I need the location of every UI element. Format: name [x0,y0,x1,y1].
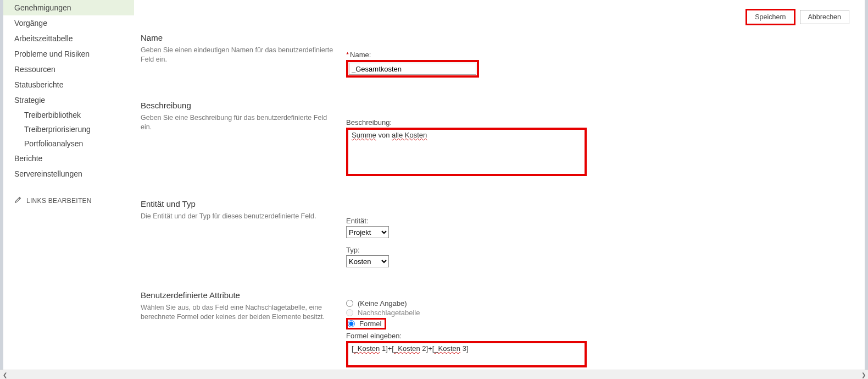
radio-formula-label: Formel [359,320,381,328]
action-bar: Speichern Abbrechen [747,10,849,24]
sidebar-item-strategie[interactable]: Strategie [3,92,134,108]
section-description: Beschreibung Geben Sie eine Beschreibung… [141,101,848,184]
sidebar-nav: Genehmigungen Vorgänge Arbeitszeittabell… [3,0,134,370]
sidebar-item-treiberpriorisierung[interactable]: Treiberpriorisierung [3,122,134,136]
section-entity-type: Entität und Typ Die Entität und der Typ … [141,199,848,275]
edit-links-label: LINKS BEARBEITEN [26,197,92,205]
section-desc-title: Beschreibung [141,101,335,110]
section-name: Name Geben Sie einen eindeutigen Namen f… [141,33,848,85]
sidebar-item-vorgaenge[interactable]: Vorgänge [3,15,134,31]
pencil-icon [14,196,22,205]
section-entity-help: Die Entität und der Typ für dieses benut… [141,212,335,221]
section-attributes: Benutzerdefinierte Attribute Wählen Sie … [141,290,848,370]
type-select[interactable]: Kosten [346,255,389,267]
sidebar-item-ressourcen[interactable]: Ressourcen [3,62,134,77]
section-entity-title: Entität und Typ [141,199,335,208]
formula-textarea[interactable]: [_Kosten 1]+[_Kosten 2]+[_Kosten 3] [346,341,587,367]
radio-none[interactable] [346,300,353,307]
horizontal-scrollbar[interactable]: ❮ ❯ [0,370,868,379]
sidebar-item-arbeitszeittabelle[interactable]: Arbeitszeittabelle [3,31,134,46]
desc-field-label: Beschreibung: [346,118,848,127]
entity-field-label: Entität: [346,217,848,225]
radio-lookup-label: Nachschlagetabelle [358,309,420,317]
sidebar-item-portfolioanalysen[interactable]: Portfolioanalysen [3,136,134,151]
entity-select[interactable]: Projekt [346,226,389,238]
main-content: Speichern Abbrechen Name Geben Sie einen… [134,0,865,370]
section-desc-help: Geben Sie eine Beschreibung für das benu… [141,113,335,132]
sidebar-item-probleme-und-risiken[interactable]: Probleme und Risiken [3,46,134,62]
cancel-button[interactable]: Abbrechen [800,10,849,24]
sidebar-item-genehmigungen[interactable]: Genehmigungen [3,0,134,15]
sidebar-item-berichte[interactable]: Berichte [3,151,134,166]
name-input[interactable] [349,63,476,75]
radio-none-label: (Keine Angabe) [358,299,407,307]
sidebar-item-statusberichte[interactable]: Statusberichte [3,77,134,92]
radio-row-lookup: Nachschlagetabelle [346,309,848,317]
radio-row-formula[interactable]: Formel [346,318,848,329]
name-label-text: Name: [350,51,371,59]
section-attrs-title: Benutzerdefinierte Attribute [141,290,335,300]
edit-links-button[interactable]: LINKS BEARBEITEN [3,196,134,205]
description-textarea[interactable]: Summe von alle Kosten [346,128,587,176]
name-input-highlight [346,60,479,78]
name-field-label: *Name: [346,51,848,59]
radio-lookup [346,309,353,316]
scroll-right-arrow-icon[interactable]: ❯ [859,370,868,380]
section-attrs-help: Wählen Sie aus, ob das Feld eine Nachsch… [141,303,335,322]
section-name-help: Geben Sie einen eindeutigen Namen für da… [141,46,335,64]
radio-formula[interactable] [348,320,355,327]
sidebar-item-treiberbibliothek[interactable]: Treiberbibliothek [3,108,134,122]
type-field-label: Typ: [346,246,848,254]
save-button[interactable]: Speichern [747,10,794,24]
scroll-left-arrow-icon[interactable]: ❮ [0,370,9,380]
sidebar-item-servereinstellungen[interactable]: Servereinstellungen [3,166,134,182]
radio-row-none[interactable]: (Keine Angabe) [346,299,848,307]
app-viewport: Genehmigungen Vorgänge Arbeitszeittabell… [3,0,865,370]
section-name-title: Name [141,33,335,42]
formula-field-label: Formel eingeben: [346,332,848,340]
